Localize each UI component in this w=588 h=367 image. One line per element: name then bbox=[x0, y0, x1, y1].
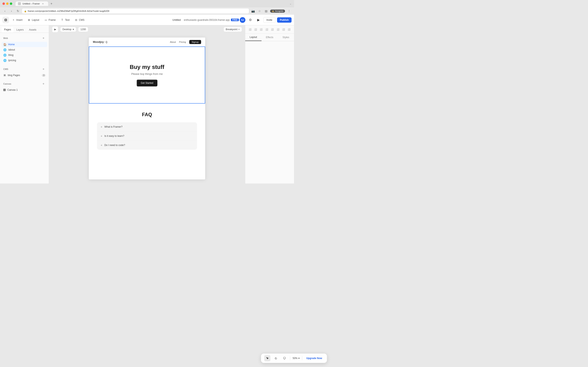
breakpoint-plus-icon: + bbox=[238, 28, 240, 31]
nav-about[interactable]: About bbox=[170, 41, 176, 43]
minimize-button[interactable] bbox=[6, 2, 9, 5]
web-section: Web + 🏠 Home 🌐 /about 🌐 /blog bbox=[2, 35, 47, 63]
nav-signup-button[interactable]: Signup bbox=[189, 40, 201, 44]
traffic-lights bbox=[2, 2, 12, 5]
canvas-section-header: Canvas + bbox=[2, 81, 47, 87]
canvas-section: Canvas + Canvas 1 bbox=[2, 81, 47, 92]
avatar-button[interactable]: SJ bbox=[240, 17, 245, 23]
insert-label: Insert bbox=[16, 18, 22, 21]
text-icon: T bbox=[61, 18, 64, 22]
sidebar-toggle-icon[interactable]: ▤ bbox=[264, 8, 268, 13]
cms-blog-label: blog Pages bbox=[8, 74, 20, 77]
forward-button[interactable]: › bbox=[9, 8, 14, 13]
distribute-h-button[interactable]: ⬜ bbox=[281, 27, 286, 32]
cms-section-header: CMS + bbox=[2, 66, 47, 72]
faq-question-3: Do I need to code? bbox=[104, 144, 125, 147]
sidebar-item-blog[interactable]: 🌐 /blog bbox=[2, 52, 47, 58]
web-section-header: Web + bbox=[2, 35, 47, 41]
sidebar-item-home[interactable]: 🏠 Home bbox=[2, 42, 47, 47]
breadcrumb-separator: · bbox=[182, 18, 182, 21]
publish-button[interactable]: Publish bbox=[277, 17, 292, 23]
distribute-v-button[interactable]: ⬜ bbox=[287, 27, 292, 32]
invite-button[interactable]: Invite bbox=[263, 17, 276, 23]
tab-title: Untitled – Framer bbox=[22, 2, 40, 5]
add-web-page-button[interactable]: + bbox=[42, 36, 45, 40]
tab-layers[interactable]: Layers bbox=[14, 27, 26, 33]
align-center-h-button[interactable]: ⬜ bbox=[253, 27, 258, 32]
faq-expand-icon-3: + bbox=[101, 143, 102, 147]
text-button[interactable]: T Text bbox=[59, 17, 72, 23]
layout-button[interactable]: ⊞ Layout bbox=[25, 17, 41, 23]
align-center-v-button[interactable]: ⬜ bbox=[270, 27, 275, 32]
canvas-play-button[interactable]: ▶ bbox=[52, 26, 58, 32]
breakpoint-button[interactable]: Breakpoint + bbox=[224, 27, 242, 32]
invite-label: Invite bbox=[267, 18, 272, 21]
bookmark-icon[interactable]: ☆ bbox=[257, 8, 262, 13]
sidebar-item-about[interactable]: 🌐 /about bbox=[2, 47, 47, 52]
refresh-button[interactable]: ↻ bbox=[16, 8, 20, 13]
align-bottom-button[interactable]: ⬜ bbox=[276, 27, 280, 32]
align-left-button[interactable]: ⬜ bbox=[248, 27, 252, 32]
collapse-icon[interactable]: ⌄ bbox=[290, 2, 292, 5]
cms-label: CMS bbox=[79, 18, 85, 21]
tab-layout[interactable]: Layout bbox=[245, 34, 261, 41]
toolbar-left: + Insert ⊞ Layout ▭ Frame T Text ⊟ CMS bbox=[2, 17, 172, 23]
browser-tabs: Untitled – Framer ✕ + bbox=[16, 1, 288, 6]
preview-button[interactable]: ▶ bbox=[255, 17, 262, 23]
active-tab[interactable]: Untitled – Framer ✕ bbox=[16, 1, 48, 6]
tab-assets[interactable]: Assets bbox=[26, 27, 39, 33]
screen-share-icon[interactable]: 📷 bbox=[251, 8, 255, 13]
tab-effects[interactable]: Effects bbox=[261, 34, 278, 41]
svg-rect-1 bbox=[4, 75, 6, 76]
cms-button[interactable]: ⊟ CMS bbox=[72, 17, 86, 23]
insert-icon: + bbox=[12, 18, 15, 22]
align-right-button[interactable]: ⬜ bbox=[259, 27, 264, 32]
cms-icon: ⊟ bbox=[75, 18, 78, 22]
toolbar-right: SJ ⚙ ▶ Invite Publish bbox=[240, 17, 292, 23]
tab-close-button[interactable]: ✕ bbox=[42, 2, 44, 5]
viewport-chevron: ▾ bbox=[73, 28, 74, 31]
faq-item-1[interactable]: + What is Framer? bbox=[97, 122, 197, 132]
tab-pages[interactable]: Pages bbox=[2, 27, 13, 33]
cms-section-title: CMS bbox=[3, 68, 8, 70]
viewport-selector[interactable]: Desktop ▾ bbox=[61, 27, 76, 32]
brand-button[interactable] bbox=[2, 17, 9, 23]
site-nav-links: About Pricing Signup bbox=[170, 40, 201, 44]
app-layout: + Insert ⊞ Layout ▭ Frame T Text ⊟ CMS U… bbox=[0, 15, 294, 184]
maximize-button[interactable] bbox=[10, 2, 12, 5]
publish-label: Publish bbox=[280, 18, 289, 21]
frame-button[interactable]: ▭ Frame bbox=[42, 17, 58, 23]
canvas-viewport[interactable]: Moodjoy :-) About Pricing Signup Buy my … bbox=[49, 33, 245, 184]
faq-item-3[interactable]: + Do I need to code? bbox=[97, 141, 197, 150]
cms-blog-pages[interactable]: blog Pages 3 bbox=[2, 73, 47, 78]
more-options-icon[interactable]: ⋮ bbox=[287, 8, 292, 13]
sidebar-item-pricing[interactable]: 🌐 /pricing bbox=[2, 58, 47, 63]
nav-pricing[interactable]: Pricing bbox=[179, 41, 186, 43]
faq-question-2: Is it easy to learn? bbox=[104, 134, 124, 137]
cms-count-badge: 3 bbox=[42, 74, 45, 77]
blog-label: /blog bbox=[8, 54, 13, 57]
faq-item-2[interactable]: + Is it easy to learn? bbox=[97, 132, 197, 141]
canvas-item-icon bbox=[3, 89, 6, 91]
cms-section: CMS + blog Pages 3 bbox=[2, 66, 47, 78]
insert-button[interactable]: + Insert bbox=[10, 17, 25, 23]
close-button[interactable] bbox=[2, 2, 5, 5]
tab-styles[interactable]: Styles bbox=[278, 34, 294, 41]
add-canvas-button[interactable]: + bbox=[42, 82, 45, 86]
canvas-item-1[interactable]: Canvas 1 bbox=[2, 87, 47, 92]
sidebar-content: Web + 🏠 Home 🌐 /about 🌐 /blog bbox=[0, 33, 49, 184]
settings-button[interactable]: ⚙ bbox=[247, 17, 254, 23]
viewport-label: Desktop bbox=[62, 28, 71, 31]
faq-expand-icon-1: + bbox=[101, 125, 102, 128]
canvas-width-display: 1200 bbox=[78, 27, 88, 32]
address-bar[interactable]: 🔒 framer.com/projects/Untitled--mZ98oDWa… bbox=[22, 8, 249, 13]
faq-section: FAQ + What is Framer? + Is it easy to le… bbox=[89, 104, 205, 158]
back-button[interactable]: ‹ bbox=[2, 8, 7, 13]
add-cms-button[interactable]: + bbox=[42, 67, 45, 71]
hero-cta-button[interactable]: Get Started bbox=[137, 80, 157, 86]
web-section-title: Web bbox=[3, 37, 8, 39]
new-tab-button[interactable]: + bbox=[49, 1, 54, 6]
layout-label: Layout bbox=[32, 18, 39, 21]
lock-icon: 🔒 bbox=[24, 10, 26, 12]
align-top-button[interactable]: ⬜ bbox=[264, 27, 269, 32]
